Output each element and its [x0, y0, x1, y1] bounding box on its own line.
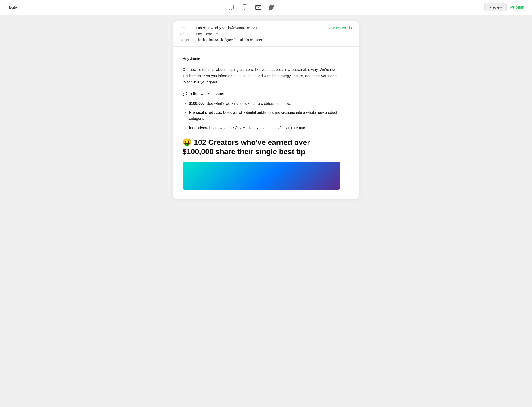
topbar: ‹ Editor — [0, 0, 532, 15]
from-value-text: Publisher Weekly <hello@example.com> — [196, 26, 255, 30]
to-label: To: — [180, 32, 194, 36]
topbar-actions: Preview Publish — [484, 3, 525, 12]
big-heading-text: 102 Creators who've earned over $100,000… — [183, 138, 310, 156]
list-item-bold: Physical products. — [189, 110, 222, 115]
svg-point-5 — [244, 9, 245, 9]
page-body: From: Publisher Weekly <hello@example.co… — [0, 15, 532, 213]
to-row: To: Free member ▾ — [180, 32, 262, 36]
to-chevron-icon: ▾ — [216, 32, 218, 35]
back-arrow-icon: ‹ — [7, 6, 8, 9]
publish-button[interactable]: Publish — [509, 3, 525, 12]
email-body: Hey Jamie, Our newsletter is all about h… — [173, 47, 359, 199]
send-test-chevron-icon: ▾ — [351, 26, 352, 30]
twitter-view-button[interactable] — [269, 4, 276, 11]
back-button[interactable]: ‹ Editor — [7, 5, 18, 9]
from-label: From: — [180, 26, 194, 30]
view-switcher — [227, 4, 276, 11]
list-item-bold: $100,000. — [189, 102, 206, 105]
subject-label: Subject: — [180, 38, 194, 42]
email-header: From: Publisher Weekly <hello@example.co… — [173, 21, 359, 47]
hero-image — [183, 162, 340, 190]
svg-rect-0 — [228, 5, 233, 9]
from-chevron-icon: ▾ — [256, 26, 257, 30]
list-item: $100,000. See what's working for six-fig… — [189, 101, 340, 107]
subject-row: Subject: The little-known six-figure for… — [180, 38, 262, 42]
list-item: Physical products. Discover why digital … — [189, 110, 340, 121]
list-item-bold: Incentives. — [189, 126, 208, 130]
list-item: Incentives. Learn what the Ozy Media sca… — [189, 125, 340, 131]
from-value[interactable]: Publisher Weekly <hello@example.com> ▾ — [196, 26, 257, 30]
section-heading: 💬 In this week's issue: — [183, 91, 340, 97]
email-greeting: Hey Jamie, — [183, 56, 340, 62]
email-meta: From: Publisher Weekly <hello@example.co… — [180, 26, 262, 42]
back-label: Editor — [9, 5, 18, 9]
to-value-text: Free member — [196, 32, 215, 36]
to-value[interactable]: Free member ▾ — [196, 32, 218, 36]
section-emoji: 💬 — [183, 91, 187, 97]
send-test-label: Send test email — [328, 26, 350, 30]
issue-list: $100,000. See what's working for six-fig… — [183, 101, 340, 131]
email-panel: From: Publisher Weekly <hello@example.co… — [173, 21, 359, 199]
from-row: From: Publisher Weekly <hello@example.co… — [180, 26, 262, 30]
email-view-button[interactable] — [255, 4, 262, 11]
send-test-email-button[interactable]: Send test email ▾ — [328, 26, 352, 30]
list-item-text: See what's working for six-figure creato… — [207, 102, 291, 105]
big-heading-emoji: 🤑 — [183, 138, 192, 147]
section-heading-text: In this week's issue: — [189, 91, 224, 97]
desktop-view-button[interactable] — [227, 4, 234, 11]
mobile-view-button[interactable] — [241, 4, 248, 11]
email-intro: Our newsletter is all about helping crea… — [183, 67, 340, 86]
list-item-text: Learn what the Ozy Media scandal means f… — [209, 126, 307, 130]
preview-button[interactable]: Preview — [484, 3, 507, 11]
subject-value: The little-known six-figure formula for … — [196, 38, 262, 42]
big-heading: 🤑 102 Creators who've earned over $100,0… — [183, 138, 340, 156]
